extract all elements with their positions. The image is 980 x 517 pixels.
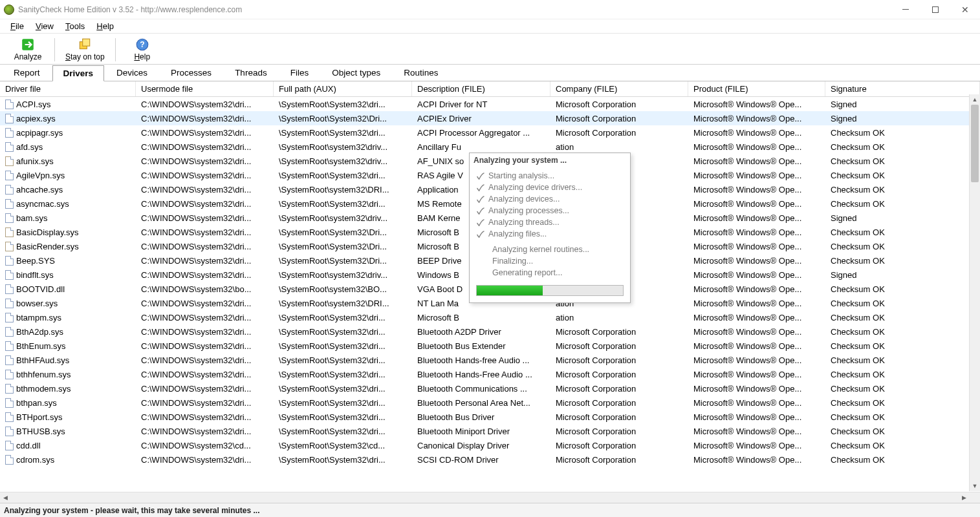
cell: C:\WINDOWS\system32\dri... bbox=[136, 114, 274, 123]
horizontal-scrollbar[interactable]: ◀ ▶ bbox=[0, 492, 980, 503]
cell: bowser.sys bbox=[0, 299, 136, 308]
close-button[interactable]: ✕ bbox=[950, 0, 980, 19]
menu-help[interactable]: Help bbox=[91, 20, 119, 32]
cell: Microsoft® Windows® Ope... bbox=[688, 227, 825, 237]
cell: Bluetooth Miniport Driver bbox=[412, 427, 550, 436]
cell: afunix.sys bbox=[0, 156, 136, 166]
column-header[interactable]: Product (FILE) bbox=[688, 81, 825, 96]
table-row[interactable]: cdd.dllC:\WINDOWS\system32\cd...\SystemR… bbox=[0, 438, 980, 452]
column-header[interactable]: Signature bbox=[825, 81, 980, 96]
table-row[interactable]: acpiex.sysC:\WINDOWS\system32\dri...\Sys… bbox=[0, 111, 980, 125]
toolbar: Analyze Stay on top ? Help bbox=[0, 34, 980, 65]
column-header[interactable]: Usermode file bbox=[136, 81, 274, 96]
column-header[interactable]: Company (FILE) bbox=[550, 81, 688, 96]
table-row[interactable]: bthmodem.sysC:\WINDOWS\system32\dri...\S… bbox=[0, 381, 980, 396]
scroll-right-arrow-icon[interactable]: ▶ bbox=[959, 492, 969, 503]
maximize-button[interactable] bbox=[920, 0, 950, 19]
cell: Microsoft® Windows® Ope... bbox=[688, 185, 825, 195]
dialog-step: Analyzing devices... bbox=[470, 193, 630, 205]
menu-tools[interactable]: Tools bbox=[60, 20, 90, 32]
column-header[interactable]: Driver file bbox=[0, 81, 136, 96]
column-header[interactable]: Description (FILE) bbox=[412, 81, 550, 96]
cell: \SystemRoot\system32\driv... bbox=[274, 213, 412, 223]
tab-threads[interactable]: Threads bbox=[224, 65, 278, 81]
cell: C:\WINDOWS\system32\dri... bbox=[136, 100, 274, 109]
toolbar-sep bbox=[54, 38, 55, 61]
cell: bam.sys bbox=[0, 213, 136, 223]
column-header[interactable]: Full path (AUX) bbox=[274, 81, 412, 96]
table-row[interactable]: BthA2dp.sysC:\WINDOWS\system32\dri...\Sy… bbox=[0, 324, 980, 339]
cell: Bluetooth Bus Extender bbox=[412, 341, 550, 351]
dialog-step: Analyzing files... bbox=[470, 228, 630, 240]
table-row[interactable]: cdrom.sysC:\WINDOWS\system32\dri...\Syst… bbox=[0, 452, 980, 467]
status-text: Analyzing your system - please wait, thi… bbox=[4, 506, 260, 515]
table-row[interactable]: bthhfenum.sysC:\WINDOWS\system32\dri...\… bbox=[0, 367, 980, 381]
cell: Microsoft® Windows® Ope... bbox=[688, 327, 825, 337]
cell: ACPI Driver for NT bbox=[412, 100, 550, 109]
menu-view[interactable]: View bbox=[30, 20, 59, 32]
cell: Microsoft® Windows® Ope... bbox=[688, 114, 825, 123]
cell: Bluetooth A2DP Driver bbox=[412, 327, 550, 337]
dialog-title: Analyzing your system ... bbox=[470, 153, 630, 170]
table-row[interactable]: BthHFAud.sysC:\WINDOWS\system32\dri...\S… bbox=[0, 353, 980, 367]
file-icon bbox=[5, 256, 14, 266]
tab-object-types[interactable]: Object types bbox=[321, 65, 391, 81]
cell: \SystemRoot\System32\dri... bbox=[274, 313, 412, 322]
menu-file[interactable]: File bbox=[5, 20, 29, 32]
cell: Microsoft Corporation bbox=[550, 455, 688, 465]
cell: C:\WINDOWS\system32\dri... bbox=[136, 213, 274, 223]
cell: Beep.SYS bbox=[0, 256, 136, 266]
cell: Checksum OK bbox=[825, 313, 980, 322]
vertical-scrollbar[interactable]: ▲ ▼ bbox=[969, 94, 980, 491]
file-icon bbox=[5, 355, 14, 365]
table-row[interactable]: btampm.sysC:\WINDOWS\system32\dri...\Sys… bbox=[0, 310, 980, 324]
cell: \SystemRoot\System32\dri... bbox=[274, 427, 412, 436]
tab-drivers[interactable]: Drivers bbox=[52, 65, 105, 81]
cell: C:\WINDOWS\system32\dri... bbox=[136, 171, 274, 180]
table-row[interactable]: BTHUSB.sysC:\WINDOWS\system32\dri...\Sys… bbox=[0, 424, 980, 438]
scroll-thumb[interactable] bbox=[971, 105, 979, 182]
cell: Microsoft Corporation bbox=[550, 427, 688, 436]
cell: Checksum OK bbox=[825, 199, 980, 209]
table-row[interactable]: BTHport.sysC:\WINDOWS\system32\dri...\Sy… bbox=[0, 410, 980, 424]
tab-routines[interactable]: Routines bbox=[393, 65, 449, 81]
table-row[interactable]: bthpan.sysC:\WINDOWS\system32\dri...\Sys… bbox=[0, 396, 980, 410]
cell: ACPI Processor Aggregator ... bbox=[412, 128, 550, 138]
help-icon: ? bbox=[135, 37, 149, 52]
table-row[interactable]: BthEnum.sysC:\WINDOWS\system32\dri...\Sy… bbox=[0, 339, 980, 353]
cell: bthmodem.sys bbox=[0, 384, 136, 394]
cell: Signed bbox=[825, 213, 980, 223]
cell: C:\WINDOWS\system32\dri... bbox=[136, 455, 274, 465]
cell: cdrom.sys bbox=[0, 455, 136, 465]
cell: ation bbox=[550, 313, 688, 322]
cell: Microsoft B bbox=[412, 313, 550, 322]
cell: Bluetooth Bus Driver bbox=[412, 412, 550, 422]
tab-report[interactable]: Report bbox=[3, 65, 51, 81]
cell: Signed bbox=[825, 114, 980, 123]
tab-files[interactable]: Files bbox=[279, 65, 320, 81]
help-button[interactable]: ? Help bbox=[120, 36, 165, 63]
check-icon bbox=[476, 184, 485, 192]
stay-on-top-label: Stay on top bbox=[65, 52, 105, 61]
stay-on-top-icon bbox=[78, 37, 92, 52]
scroll-up-arrow-icon[interactable]: ▲ bbox=[970, 94, 980, 105]
gear-file-icon bbox=[5, 156, 14, 166]
cell: Checksum OK bbox=[825, 398, 980, 408]
table-row[interactable]: acpipagr.sysC:\WINDOWS\system32\dri...\S… bbox=[0, 125, 980, 140]
file-icon bbox=[5, 341, 14, 351]
toolbar-sep2 bbox=[115, 38, 116, 61]
cell: BthA2dp.sys bbox=[0, 327, 136, 337]
cell: Microsoft® Windows® Ope... bbox=[688, 171, 825, 180]
cell: acpiex.sys bbox=[0, 114, 136, 123]
check-icon bbox=[476, 172, 485, 180]
minimize-button[interactable] bbox=[891, 0, 920, 19]
scroll-down-arrow-icon[interactable]: ▼ bbox=[970, 481, 980, 491]
table-row[interactable]: afd.sysC:\WINDOWS\system32\dri...\System… bbox=[0, 140, 980, 154]
scroll-left-arrow-icon[interactable]: ◀ bbox=[0, 492, 10, 503]
table-row[interactable]: ACPI.sysC:\WINDOWS\system32\dri...\Syste… bbox=[0, 97, 980, 111]
tab-devices[interactable]: Devices bbox=[105, 65, 158, 81]
cell: \SystemRoot\System32\cd... bbox=[274, 441, 412, 450]
stay-on-top-button[interactable]: Stay on top bbox=[59, 36, 111, 63]
analyze-button[interactable]: Analyze bbox=[5, 36, 50, 63]
tab-processes[interactable]: Processes bbox=[160, 65, 223, 81]
